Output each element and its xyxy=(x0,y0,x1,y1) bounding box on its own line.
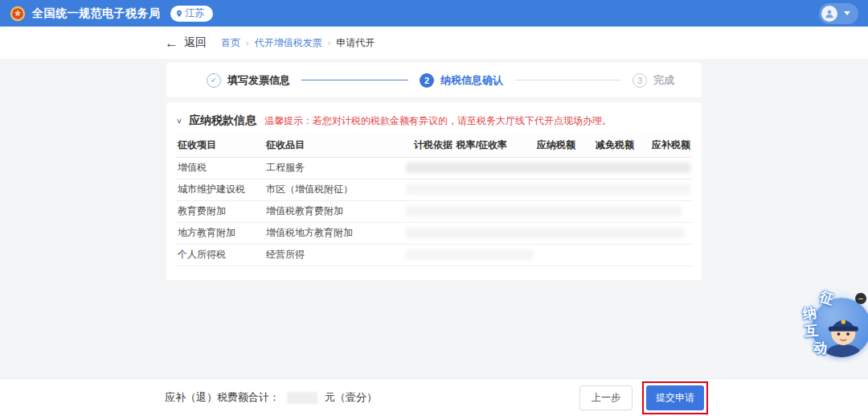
cell-levy-category: 市区（增值税附征） xyxy=(264,179,404,200)
step-confirm-tax-info: 2 纳税信息确认 xyxy=(420,73,503,88)
minimize-icon[interactable]: − xyxy=(855,293,866,304)
cell-levy-item: 地方教育附加 xyxy=(176,222,264,244)
submit-application-button[interactable]: 提交申请 xyxy=(646,385,704,410)
table-row: 个人所得税 经营所得 xyxy=(176,244,692,266)
step-number: 2 xyxy=(420,73,434,88)
step-number: 3 xyxy=(633,73,647,88)
tax-interaction-widget: − 征 纳 互 动 xyxy=(783,286,868,367)
col-header-tax-basis: 计税依据 xyxy=(404,134,454,157)
cell-levy-category: 经营所得 xyxy=(264,244,404,266)
redacted-total-amount xyxy=(287,392,317,404)
cell-levy-item: 城市维护建设税 xyxy=(176,179,264,200)
breadcrumb-separator-icon: › xyxy=(246,38,249,47)
tax-bureau-emblem-icon xyxy=(10,6,26,22)
redacted-values xyxy=(406,206,682,216)
stepper-card: ✓ 填写发票信息 2 纳税信息确认 3 完成 xyxy=(166,63,702,97)
cell-levy-category: 增值税教育费附加 xyxy=(264,200,404,222)
app-title: 全国统一规范电子税务局 xyxy=(32,6,161,21)
breadcrumb-home[interactable]: 首页 xyxy=(221,36,240,50)
redacted-values xyxy=(406,228,685,238)
col-header-tax-reduction: 减免税额 xyxy=(577,134,636,157)
table-row: 教育费附加 增值税教育费附加 xyxy=(176,200,692,222)
total-unit: 元（壹分） xyxy=(325,390,377,405)
user-avatar-icon xyxy=(821,6,837,22)
section-header: ∨ 应纳税款信息 温馨提示：若您对计税的税款金额有异议的，请至税务大厅线下代开点… xyxy=(176,112,692,130)
back-label: 返回 xyxy=(184,35,207,50)
back-button[interactable]: ← 返回 xyxy=(165,35,207,50)
region-label: 江苏 xyxy=(186,6,205,20)
breadcrumb-bar: ← 返回 首页 › 代开增值税发票 › 申请代开 xyxy=(0,27,868,59)
redacted-values xyxy=(406,163,690,173)
tax-officer-mascot-icon[interactable] xyxy=(812,298,868,357)
cell-levy-category: 工程服务 xyxy=(264,157,404,179)
total-amount-group: 应补（退）税费额合计： 元（壹分） xyxy=(165,390,377,405)
col-header-tax-rate: 税率/征收率 xyxy=(454,134,509,157)
warning-text: 温馨提示：若您对计税的税款金额有异议的，请至税务大厅线下代开点现场办理。 xyxy=(264,114,612,128)
breadcrumb-invoice-issue[interactable]: 代开增值税发票 xyxy=(255,36,322,50)
annotation-highlight-box: 提交申请 xyxy=(642,381,708,414)
table-header-row: 征收项目 征收品目 计税依据 税率/征收率 应纳税额 减免税额 应补税额 xyxy=(176,134,692,157)
cell-levy-item: 个人所得税 xyxy=(176,244,264,266)
table-row: 增值税 工程服务 xyxy=(176,157,692,179)
app-header: 全国统一规范电子税务局 江苏 xyxy=(0,0,868,27)
cell-values xyxy=(404,244,692,266)
location-pin-icon xyxy=(175,10,183,18)
progress-stepper: ✓ 填写发票信息 2 纳税信息确认 3 完成 xyxy=(166,63,702,97)
step-check-icon: ✓ xyxy=(207,73,221,88)
col-header-tax-payable: 应纳税额 xyxy=(509,134,577,157)
step-fill-invoice-info: ✓ 填写发票信息 xyxy=(207,73,290,88)
breadcrumb: 首页 › 代开增值税发票 › 申请代开 xyxy=(221,36,375,50)
cell-levy-category: 增值税地方教育附加 xyxy=(264,222,404,244)
tax-table: 征收项目 征收品目 计税依据 税率/征收率 应纳税额 减免税额 应补税额 增值税… xyxy=(176,134,692,266)
table-row: 地方教育附加 增值税地方教育附加 xyxy=(176,222,692,244)
breadcrumb-current: 申请代开 xyxy=(336,36,375,50)
cell-values xyxy=(404,200,692,222)
back-arrow-icon: ← xyxy=(165,36,178,50)
stepper-connector xyxy=(301,80,408,80)
action-footer: 应补（退）税费额合计： 元（壹分） 上一步 提交申请 xyxy=(0,378,868,416)
cell-values xyxy=(404,179,692,200)
total-label: 应补（退）税费额合计： xyxy=(165,390,280,405)
region-badge[interactable]: 江苏 xyxy=(170,6,213,22)
step-label: 完成 xyxy=(653,73,674,88)
col-header-levy-category: 征收品目 xyxy=(264,134,404,157)
cell-values xyxy=(404,222,692,244)
breadcrumb-separator-icon: › xyxy=(328,38,331,47)
redacted-values xyxy=(406,184,690,195)
collapse-caret-icon[interactable]: ∨ xyxy=(176,117,182,125)
redacted-values xyxy=(406,249,534,260)
footer-actions: 上一步 提交申请 xyxy=(579,381,708,414)
col-header-tax-due: 应补税额 xyxy=(636,134,692,157)
tax-info-card: ∨ 应纳税款信息 温馨提示：若您对计税的税款金额有异议的，请至税务大厅线下代开点… xyxy=(166,102,702,280)
col-header-levy-item: 征收项目 xyxy=(176,134,264,157)
step-complete: 3 完成 xyxy=(633,73,674,88)
section-title: 应纳税款信息 xyxy=(189,113,256,128)
previous-step-button[interactable]: 上一步 xyxy=(579,385,633,410)
step-label: 纳税信息确认 xyxy=(440,73,503,88)
cell-levy-item: 教育费附加 xyxy=(176,200,264,222)
cell-levy-item: 增值税 xyxy=(176,157,264,179)
table-row: 城市维护建设税 市区（增值税附征） xyxy=(176,179,692,200)
user-menu[interactable] xyxy=(819,3,858,24)
stepper-connector xyxy=(514,80,621,80)
cell-values xyxy=(404,157,692,179)
step-label: 填写发票信息 xyxy=(227,73,290,88)
caret-down-icon xyxy=(844,11,850,15)
